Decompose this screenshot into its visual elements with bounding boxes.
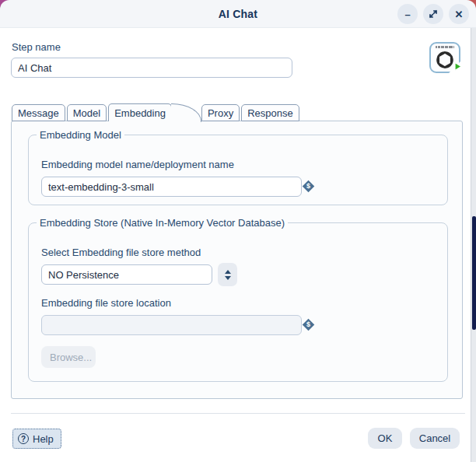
run-arrow-icon (453, 61, 463, 75)
minimize-button[interactable]: – (397, 4, 418, 24)
embedding-store-group-title: Embedding Store (Native In-Memory Vector… (37, 217, 288, 229)
spinner-up-icon (225, 270, 231, 274)
embedding-tab-panel: Embedding Model Embedding model name/dep… (11, 121, 463, 399)
spinner-down-icon (225, 276, 231, 280)
tab-response[interactable]: Response (241, 104, 299, 121)
transform-icon[interactable] (429, 42, 460, 73)
step-name-label: Step name (12, 41, 61, 53)
ok-button[interactable]: OK (368, 428, 402, 449)
tab-embedding[interactable]: Embedding (108, 103, 172, 121)
help-button[interactable]: ? Help (12, 429, 61, 449)
store-method-label: Select Embedding file store method (41, 247, 201, 258)
close-button[interactable]: ✕ (449, 4, 469, 24)
store-method-combo[interactable] (41, 264, 212, 285)
model-name-label: Embedding model name/deployment name (41, 159, 234, 170)
ai-chat-dialog: AI Chat – ✕ Step name (0, 0, 476, 462)
variable-icon: $ (303, 319, 315, 331)
cancel-button[interactable]: Cancel (410, 428, 460, 449)
tab-model[interactable]: Model (67, 104, 107, 121)
model-name-input[interactable] (41, 177, 302, 197)
minimize-icon: – (404, 9, 410, 20)
footer-divider (11, 413, 465, 414)
maximize-button[interactable] (423, 4, 443, 24)
embedding-store-group: Embedding Store (Native In-Memory Vector… (28, 222, 448, 382)
window-controls: – ✕ (397, 4, 469, 24)
help-button-label: Help (33, 433, 54, 445)
tab-bar: Message Model Embedding Proxy Response (12, 103, 301, 121)
transform-icon-caption (436, 46, 454, 48)
scrollbar-thumb[interactable] (472, 216, 476, 330)
tab-proxy[interactable]: Proxy (201, 104, 240, 121)
embedding-model-group-title: Embedding Model (37, 129, 124, 141)
tab-message[interactable]: Message (12, 104, 65, 121)
store-method-spinner[interactable] (218, 263, 237, 286)
close-icon: ✕ (455, 9, 464, 20)
titlebar[interactable]: AI Chat – ✕ (0, 0, 476, 28)
store-location-label: Embedding file store location (41, 297, 171, 309)
expand-icon (429, 9, 438, 19)
help-icon: ? (18, 433, 29, 444)
embedding-model-group: Embedding Model Embedding model name/dep… (28, 135, 448, 205)
store-location-input[interactable] (41, 315, 302, 335)
window-title: AI Chat (219, 8, 257, 20)
browse-button[interactable]: Browse... (41, 346, 96, 368)
step-name-input[interactable] (11, 58, 292, 78)
vertical-scrollbar[interactable] (471, 28, 476, 462)
variable-icon: $ (303, 180, 315, 193)
